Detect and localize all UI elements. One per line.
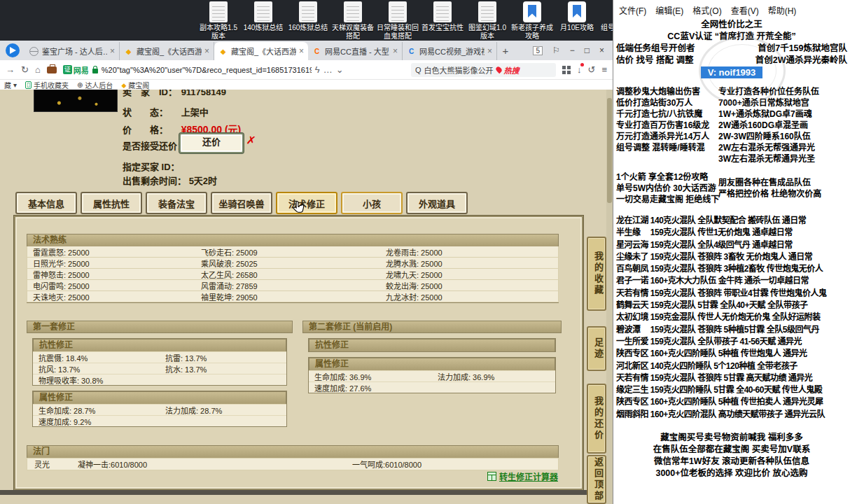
service-line: 低价打造站街30万人 <box>616 97 718 108</box>
desktop-shortcut[interactable]: 天梯双魔装备搭配 <box>332 1 374 41</box>
back-to-top-button[interactable]: 返回顶部 <box>587 455 606 504</box>
desktop-shortcut[interactable]: 160炼狱总结 <box>287 1 329 41</box>
new-tab-button[interactable]: + <box>497 45 514 57</box>
bookmark-admin[interactable]: ⊕ 达人后台 <box>77 80 113 90</box>
download-icon[interactable]: ↓ <box>577 64 582 75</box>
shortcut-icon <box>478 1 496 22</box>
forward-icon[interactable]: → <box>6 64 15 75</box>
page-tab[interactable]: 小孩 <box>341 192 403 214</box>
desktop-shortcut[interactable]: 新老孩子养成攻略 <box>511 1 553 41</box>
tab-close-icon[interactable]: × <box>204 46 209 56</box>
bookmark-cbg[interactable]: ◆ 藏宝阁 <box>121 80 149 90</box>
team-line: 缘定三生 159克火四阶睡队 5甘霖 全40-60天赋 传世人鬼殿 <box>616 384 847 396</box>
resist-header: 抗性修正 <box>309 339 555 351</box>
notepad-menu-item[interactable]: 查看(V) <box>731 4 759 16</box>
apps-grid-icon[interactable] <box>562 66 571 74</box>
page-tab[interactable]: 外观道具 <box>406 192 468 214</box>
service-line: 2W-3W四阶睡系160队伍 <box>718 131 847 142</box>
flag-icon[interactable]: ⚐ <box>552 46 560 55</box>
scrollbar-thumb[interactable] <box>607 98 612 203</box>
lightning-icon[interactable]: ϟ <box>315 64 320 75</box>
rebirth-calculator-link[interactable]: 转生修正计算器 <box>487 470 558 482</box>
bargain-button[interactable]: 还价 <box>179 133 244 153</box>
briefcase-icon[interactable] <box>47 66 57 74</box>
site-verification-badge: 证 网易 <box>63 64 89 76</box>
more-icon[interactable]: … <box>323 64 333 75</box>
notepad-menu-item[interactable]: 编辑(E) <box>655 4 683 16</box>
tab-favicon <box>29 47 39 56</box>
famen-box: 法门 灵光 凝神一击:6010/8000 一气呵成:6010/8000 <box>27 445 559 470</box>
page-tabs: 基本信息 属性抗性 装备法宝 坐骑召唤兽 法术修正 小孩 外观道具 <box>15 192 468 214</box>
desktop-shortcut[interactable]: 月10E攻略 <box>556 1 598 41</box>
globe-icon: ⊕ <box>77 81 83 89</box>
sidebar-my-offers-button[interactable]: 我的还价 <box>587 384 606 454</box>
notepad-menu-item[interactable]: 帮助(H) <box>768 4 797 16</box>
browser-tab[interactable]: 网易CC直播 - 大型… × <box>308 42 403 60</box>
page-tab[interactable]: 基本信息 <box>15 192 77 214</box>
gem-icon: ◆ <box>121 82 126 89</box>
desktop-shortcut[interactable]: 140炼狱总结 <box>242 1 284 41</box>
tab-close-icon[interactable]: × <box>487 46 492 56</box>
notepad-menu-item[interactable]: 文件(F) <box>619 4 646 16</box>
services-left: 调整秒鬼大炮输出伤害低价打造站街30万人千元打造七抗/八抗铁魔专业打造百万伤害1… <box>616 86 718 164</box>
close-button[interactable]: × <box>599 46 604 55</box>
status-row: 状 态： 上架中 <box>123 105 209 118</box>
home-icon[interactable]: ⌂ <box>35 64 41 75</box>
bookmark-mobile[interactable]: ▯ 手机收藏夹 <box>25 80 69 90</box>
browser-tab[interactable]: 藏宝阁_《大话西游… × <box>120 42 214 60</box>
notepad-menu-item[interactable]: 格式(O) <box>692 4 721 16</box>
page-tab[interactable]: 坐骑召唤兽 <box>211 192 272 214</box>
seal-text: 网易 <box>74 64 89 76</box>
url-text[interactable]: %20"tag"%3A%20"user"%7D&reco_request_id=… <box>102 66 312 74</box>
seller-id-label: 卖 家 ID： <box>123 90 179 98</box>
menu-icon[interactable]: ≡ <box>601 64 607 75</box>
page-tab[interactable]: 属性抗性 <box>81 192 142 214</box>
tab-favicon <box>312 47 321 56</box>
browser-tab[interactable]: 鉴宝广场 - 达人后… × <box>25 42 120 60</box>
promo-line: 一切交易走藏宝阁 拒绝线下 <box>616 194 718 205</box>
stat-cell: 物理吸收率: 30.8% <box>33 374 160 386</box>
desktop-shortcut[interactable]: 副本攻略1.5版本 <box>197 1 239 41</box>
set1-header: 第一套修正 <box>27 321 293 333</box>
team-line: 陕西专区 160+克火四阶睡队 5种植 传世拍卖人 通异光灵犀 <box>616 396 847 408</box>
reload-icon[interactable]: ↻ <box>21 64 29 75</box>
promo-line: 严格把控价格 杜绝物次价高 <box>718 188 847 200</box>
shortcut-icon <box>344 1 362 22</box>
attr-rows: 生命加成: 28.7% 法力加成: 28.7% 速度加成: 9.2% <box>33 404 286 426</box>
sidebar-favorites-button[interactable]: 我的收藏 <box>587 237 606 311</box>
search-input[interactable]: Q 白色大熊猫影像公开 热搜 <box>411 63 556 77</box>
hot-tag[interactable]: 热搜 <box>504 64 520 76</box>
tab-favicon <box>407 47 416 56</box>
shortcut-icon <box>299 1 317 22</box>
bookmark-folder[interactable]: 藏 ▾ <box>4 80 17 90</box>
tab-close-icon[interactable]: × <box>393 46 398 56</box>
screen: 副本攻略1.5版本 140炼狱总结 160炼狱总结 天梯双魔装备搭配 日常睡装和… <box>0 0 850 504</box>
sidebar-history-button[interactable]: 足迹 <box>587 326 606 371</box>
notepad-window: 文件(F)编辑(E)格式(O)查看(V)帮助(H) 全网性价比之王 CC蓝V认证… <box>613 0 850 504</box>
tab-close-icon[interactable]: × <box>299 46 304 56</box>
desktop-shortcut[interactable]: 日常睡装和回血鬼搭配 <box>377 1 419 41</box>
time-label: 出售剩余时间： <box>123 174 186 187</box>
browser-tab[interactable]: 网易CC视频_游戏视… × <box>403 42 497 60</box>
maximize-button[interactable]: □ <box>585 46 590 55</box>
shortcut-icon <box>254 1 272 22</box>
desktop-shortcut[interactable]: 首发宝宝抗性 <box>421 1 464 41</box>
seller-id-row: 卖 家 ID： 911758149 <box>123 90 226 98</box>
page-tab[interactable]: 装备法宝 <box>146 192 207 214</box>
minimize-button[interactable]: − <box>570 46 575 55</box>
page-tab[interactable]: 法术修正 <box>276 192 337 214</box>
spell-row: 雷霆震怒: 25000 飞砂走石: 25009 龙卷雨击: 25000 <box>27 246 559 258</box>
restore-icon[interactable]: ↺ <box>588 64 596 75</box>
chevron-down-icon[interactable]: ⌄ <box>336 64 344 75</box>
team-line: 君子一诺 160+克木大力队伍 金牛阵 通杀一切卓越日常 <box>616 275 847 287</box>
status-label: 状 态： <box>123 105 179 118</box>
extension-badge[interactable]: 5 <box>533 46 543 55</box>
browser-logo-icon[interactable] <box>6 43 20 57</box>
desktop-shortcut[interactable]: 图鉴幻域1.0版本 <box>466 1 508 41</box>
stat-row: 生命加成: 36.9% 法力加成: 36.9% <box>309 370 555 382</box>
stat-cell: 抗水: 13.7% <box>160 363 286 374</box>
set1-attr-box: 属性修正 生命加成: 28.7% 法力加成: 28.7% 速度加成: 9.2% <box>32 391 287 427</box>
url-box[interactable]: 证 网易 %20"tag"%3A%20"user"%7D&reco_reques… <box>63 63 405 77</box>
tab-close-icon[interactable]: × <box>110 46 115 56</box>
browser-tab[interactable]: 藏宝阁_《大话西游… × <box>214 42 308 60</box>
